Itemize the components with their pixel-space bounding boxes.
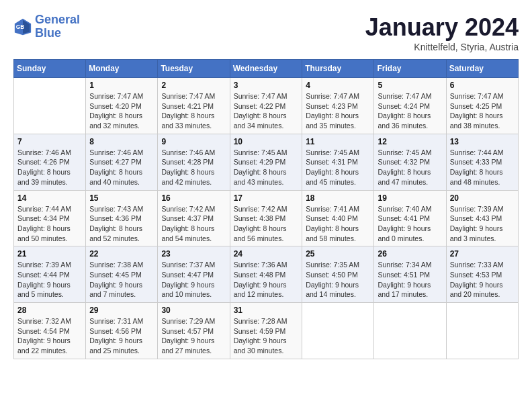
calendar-week-row: 28Sunrise: 7:32 AMSunset: 4:54 PMDayligh…: [14, 303, 519, 359]
calendar-cell: 10Sunrise: 7:45 AMSunset: 4:29 PMDayligh…: [230, 134, 302, 190]
weekday-header-tuesday: Tuesday: [158, 60, 230, 78]
calendar-cell: 25Sunrise: 7:35 AMSunset: 4:50 PMDayligh…: [302, 246, 374, 303]
calendar-cell: 28Sunrise: 7:32 AMSunset: 4:54 PMDayligh…: [14, 303, 86, 359]
day-number: 5: [378, 81, 442, 90]
day-info: Sunrise: 7:33 AMSunset: 4:53 PMDaylight:…: [450, 260, 515, 300]
day-number: 25: [306, 249, 370, 259]
logo: GB General Blue: [13, 13, 80, 40]
calendar-week-row: 1Sunrise: 7:47 AMSunset: 4:20 PMDaylight…: [14, 78, 519, 134]
weekday-header-sunday: Sunday: [14, 60, 86, 78]
calendar-cell: 22Sunrise: 7:38 AMSunset: 4:45 PMDayligh…: [86, 246, 158, 303]
day-number: 1: [89, 81, 154, 90]
day-info: Sunrise: 7:45 AMSunset: 4:29 PMDaylight:…: [234, 148, 299, 187]
title-section: January 2024 Knittelfeld, Styria, Austri…: [365, 13, 519, 52]
day-info: Sunrise: 7:42 AMSunset: 4:38 PMDaylight:…: [234, 204, 299, 244]
calendar-cell: [302, 303, 374, 359]
day-number: 19: [378, 193, 442, 203]
day-number: 28: [17, 306, 82, 315]
logo-icon: GB: [13, 17, 32, 36]
calendar-cell: 16Sunrise: 7:42 AMSunset: 4:37 PMDayligh…: [158, 190, 230, 246]
day-number: 3: [234, 81, 299, 90]
day-info: Sunrise: 7:43 AMSunset: 4:36 PMDaylight:…: [89, 204, 154, 244]
day-number: 4: [306, 81, 370, 90]
day-number: 9: [161, 137, 226, 146]
location-subtitle: Knittelfeld, Styria, Austria: [365, 42, 519, 52]
calendar-cell: 15Sunrise: 7:43 AMSunset: 4:36 PMDayligh…: [86, 190, 158, 246]
calendar-cell: 8Sunrise: 7:46 AMSunset: 4:27 PMDaylight…: [86, 134, 158, 190]
day-info: Sunrise: 7:39 AMSunset: 4:43 PMDaylight:…: [450, 204, 515, 244]
calendar-cell: 18Sunrise: 7:41 AMSunset: 4:40 PMDayligh…: [302, 190, 374, 246]
day-number: 15: [89, 193, 154, 203]
day-info: Sunrise: 7:46 AMSunset: 4:26 PMDaylight:…: [17, 148, 82, 187]
day-number: 23: [161, 249, 226, 259]
day-info: Sunrise: 7:41 AMSunset: 4:40 PMDaylight:…: [306, 204, 370, 244]
day-number: 14: [17, 193, 82, 203]
day-info: Sunrise: 7:47 AMSunset: 4:23 PMDaylight:…: [306, 91, 370, 131]
logo-line1: General: [35, 13, 80, 26]
day-number: 29: [89, 306, 154, 315]
day-info: Sunrise: 7:36 AMSunset: 4:48 PMDaylight:…: [234, 260, 299, 300]
calendar-cell: 9Sunrise: 7:46 AMSunset: 4:28 PMDaylight…: [158, 134, 230, 190]
calendar-cell: 23Sunrise: 7:37 AMSunset: 4:47 PMDayligh…: [158, 246, 230, 303]
day-info: Sunrise: 7:44 AMSunset: 4:34 PMDaylight:…: [17, 204, 82, 244]
calendar-cell: 30Sunrise: 7:29 AMSunset: 4:57 PMDayligh…: [158, 303, 230, 359]
day-number: 13: [450, 137, 515, 146]
day-number: 10: [234, 137, 299, 146]
svg-text:GB: GB: [16, 24, 25, 30]
day-info: Sunrise: 7:47 AMSunset: 4:21 PMDaylight:…: [161, 91, 226, 131]
day-number: 18: [306, 193, 370, 203]
calendar-cell: [14, 78, 86, 134]
day-info: Sunrise: 7:29 AMSunset: 4:57 PMDaylight:…: [161, 316, 226, 356]
day-info: Sunrise: 7:40 AMSunset: 4:41 PMDaylight:…: [378, 204, 442, 244]
day-number: 12: [378, 137, 442, 146]
logo-line2: Blue: [35, 26, 61, 40]
day-info: Sunrise: 7:42 AMSunset: 4:37 PMDaylight:…: [161, 204, 226, 244]
weekday-header-wednesday: Wednesday: [230, 60, 302, 78]
calendar-header-row: SundayMondayTuesdayWednesdayThursdayFrid…: [14, 60, 519, 78]
day-info: Sunrise: 7:45 AMSunset: 4:31 PMDaylight:…: [306, 148, 370, 187]
calendar-cell: 24Sunrise: 7:36 AMSunset: 4:48 PMDayligh…: [230, 246, 302, 303]
day-number: 6: [450, 81, 515, 90]
calendar-cell: 2Sunrise: 7:47 AMSunset: 4:21 PMDaylight…: [158, 78, 230, 134]
day-info: Sunrise: 7:39 AMSunset: 4:44 PMDaylight:…: [17, 260, 82, 300]
day-info: Sunrise: 7:34 AMSunset: 4:51 PMDaylight:…: [378, 260, 442, 300]
calendar-cell: [374, 303, 446, 359]
day-info: Sunrise: 7:45 AMSunset: 4:32 PMDaylight:…: [378, 148, 442, 187]
calendar-week-row: 7Sunrise: 7:46 AMSunset: 4:26 PMDaylight…: [14, 134, 519, 190]
calendar-cell: 21Sunrise: 7:39 AMSunset: 4:44 PMDayligh…: [14, 246, 86, 303]
calendar-week-row: 14Sunrise: 7:44 AMSunset: 4:34 PMDayligh…: [14, 190, 519, 246]
weekday-header-saturday: Saturday: [446, 60, 518, 78]
calendar-cell: 17Sunrise: 7:42 AMSunset: 4:38 PMDayligh…: [230, 190, 302, 246]
day-info: Sunrise: 7:28 AMSunset: 4:59 PMDaylight:…: [234, 316, 299, 356]
day-info: Sunrise: 7:46 AMSunset: 4:28 PMDaylight:…: [161, 148, 226, 187]
day-info: Sunrise: 7:47 AMSunset: 4:24 PMDaylight:…: [378, 91, 442, 131]
calendar-table: SundayMondayTuesdayWednesdayThursdayFrid…: [13, 59, 519, 359]
weekday-header-friday: Friday: [374, 60, 446, 78]
day-info: Sunrise: 7:37 AMSunset: 4:47 PMDaylight:…: [161, 260, 226, 300]
calendar-cell: 4Sunrise: 7:47 AMSunset: 4:23 PMDaylight…: [302, 78, 374, 134]
day-info: Sunrise: 7:47 AMSunset: 4:25 PMDaylight:…: [450, 91, 515, 131]
day-number: 16: [161, 193, 226, 203]
day-number: 17: [234, 193, 299, 203]
day-info: Sunrise: 7:35 AMSunset: 4:50 PMDaylight:…: [306, 260, 370, 300]
day-number: 2: [161, 81, 226, 90]
month-title: January 2024: [365, 13, 519, 42]
day-number: 31: [234, 306, 299, 315]
day-info: Sunrise: 7:44 AMSunset: 4:33 PMDaylight:…: [450, 148, 515, 187]
day-info: Sunrise: 7:47 AMSunset: 4:22 PMDaylight:…: [234, 91, 299, 131]
page-header: GB General Blue January 2024 Knittelfeld…: [13, 13, 519, 52]
day-number: 22: [89, 249, 154, 259]
calendar-cell: 3Sunrise: 7:47 AMSunset: 4:22 PMDaylight…: [230, 78, 302, 134]
calendar-cell: 20Sunrise: 7:39 AMSunset: 4:43 PMDayligh…: [446, 190, 518, 246]
calendar-cell: 1Sunrise: 7:47 AMSunset: 4:20 PMDaylight…: [86, 78, 158, 134]
calendar-cell: 6Sunrise: 7:47 AMSunset: 4:25 PMDaylight…: [446, 78, 518, 134]
calendar-cell: 14Sunrise: 7:44 AMSunset: 4:34 PMDayligh…: [14, 190, 86, 246]
weekday-header-thursday: Thursday: [302, 60, 374, 78]
calendar-cell: 19Sunrise: 7:40 AMSunset: 4:41 PMDayligh…: [374, 190, 446, 246]
day-info: Sunrise: 7:38 AMSunset: 4:45 PMDaylight:…: [89, 260, 154, 300]
day-info: Sunrise: 7:31 AMSunset: 4:56 PMDaylight:…: [89, 316, 154, 356]
calendar-cell: 13Sunrise: 7:44 AMSunset: 4:33 PMDayligh…: [446, 134, 518, 190]
day-number: 24: [234, 249, 299, 259]
day-number: 26: [378, 249, 442, 259]
day-number: 20: [450, 193, 515, 203]
